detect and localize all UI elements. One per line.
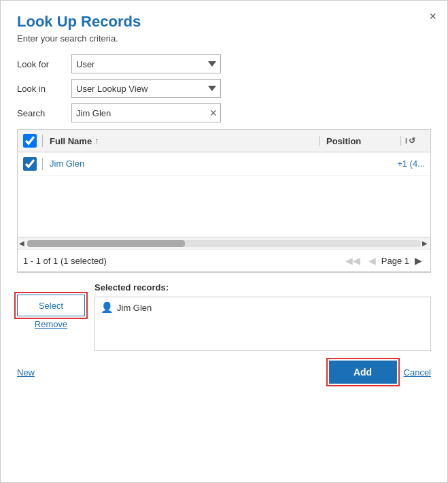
selected-section: Select Remove Selected records: 👤 Jim Gl… [17, 282, 431, 351]
row-name[interactable]: Jim Glen [50, 159, 397, 169]
dialog-subtitle: Enter your search criteria. [17, 33, 431, 44]
cancel-button[interactable]: Cancel [404, 367, 431, 378]
scrollbar-thumb [27, 240, 185, 247]
search-row: Search ✕ [17, 103, 431, 122]
pagination-info: 1 - 1 of 1 (1 selected) [23, 256, 107, 266]
selected-item: 👤 Jim Glen [101, 301, 425, 314]
table-empty-area [18, 176, 430, 237]
scroll-left-icon[interactable]: ◀ [18, 239, 27, 247]
search-wrapper: ✕ [71, 103, 221, 122]
header-divider [42, 135, 43, 147]
look-in-label: Look in [17, 84, 71, 94]
extra-column-header: I ↺ [400, 136, 425, 146]
sort-arrow-icon: ↑ [94, 136, 99, 146]
search-label: Search [17, 108, 71, 118]
footer-actions: New Add Cancel [17, 361, 431, 384]
scroll-right-icon[interactable]: ▶ [421, 239, 430, 247]
fullname-column-header: Full Name ↑ [50, 136, 319, 146]
first-page-button[interactable]: ◀◀ [343, 254, 363, 267]
look-in-select[interactable]: User Lookup View [71, 79, 221, 98]
table-row: Jim Glen +1 (4... [18, 152, 430, 176]
horizontal-scrollbar[interactable]: ◀ ▶ [18, 237, 430, 249]
footer-right-actions: Add Cancel [329, 361, 431, 384]
select-button[interactable]: Select [17, 295, 85, 316]
row-divider [42, 158, 43, 170]
row-checkbox[interactable] [23, 157, 37, 171]
dialog-title: Look Up Records [17, 13, 431, 31]
pagination-row: 1 - 1 of 1 (1 selected) ◀◀ ◀ Page 1 ▶ [18, 249, 430, 272]
search-clear-button[interactable]: ✕ [209, 108, 218, 118]
look-for-select[interactable]: User [71, 54, 221, 73]
look-for-row: Look for User [17, 54, 431, 73]
selected-records-label: Selected records: [94, 282, 431, 293]
close-button[interactable]: × [429, 10, 436, 22]
selected-actions: Select Remove [17, 282, 85, 351]
scrollbar-track[interactable] [27, 240, 421, 247]
pagination-controls: ◀◀ ◀ Page 1 ▶ [343, 254, 425, 267]
table-header: Full Name ↑ Position I ↺ [18, 130, 430, 152]
next-page-button[interactable]: ▶ [412, 254, 425, 267]
select-all-checkbox[interactable] [23, 134, 37, 148]
selected-list: 👤 Jim Glen [94, 297, 431, 351]
remove-button[interactable]: Remove [17, 319, 85, 329]
new-button[interactable]: New [17, 367, 35, 378]
prev-page-button[interactable]: ◀ [366, 254, 379, 267]
add-button[interactable]: Add [329, 361, 397, 384]
records-table: Full Name ↑ Position I ↺ Jim Glen +1 (4.… [17, 129, 431, 273]
search-input[interactable] [71, 103, 221, 122]
selected-records-box: Selected records: 👤 Jim Glen [94, 282, 431, 351]
person-icon: 👤 [101, 301, 113, 314]
row-extra: +1 (4... [397, 159, 425, 169]
dialog: Look Up Records Enter your search criter… [0, 0, 448, 483]
selected-item-name: Jim Glen [117, 303, 152, 313]
look-in-row: Look in User Lookup View [17, 79, 431, 98]
look-for-label: Look for [17, 59, 71, 69]
page-label: Page 1 [381, 256, 409, 266]
position-column-header: Position [319, 136, 400, 146]
